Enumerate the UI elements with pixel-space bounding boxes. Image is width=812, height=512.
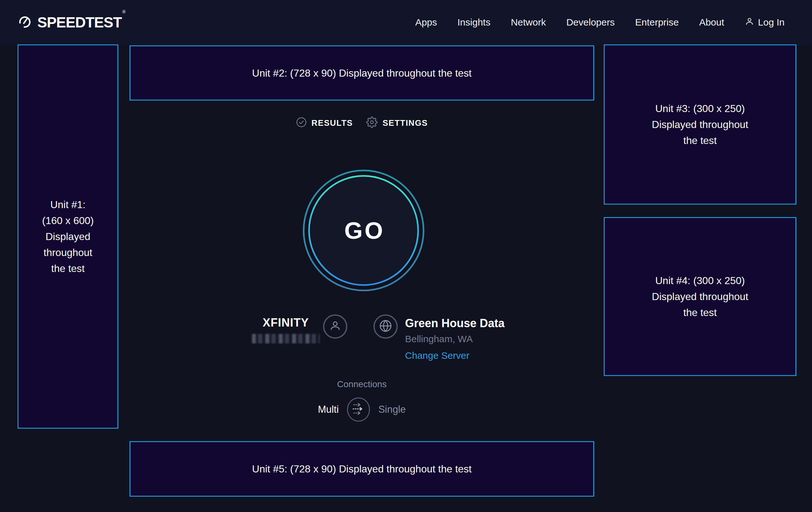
view-tabs: RESULTS SETTINGS bbox=[129, 115, 594, 131]
logo-text: SPEEDTEST® bbox=[37, 14, 125, 31]
login-button[interactable]: Log In bbox=[745, 17, 785, 28]
ad-unit-2[interactable]: Unit #2: (728 x 90) Displayed throughout… bbox=[129, 45, 594, 101]
ad-unit-1[interactable]: Unit #1: (160 x 600) Displayed throughou… bbox=[18, 44, 118, 429]
multi-label[interactable]: Multi bbox=[318, 404, 339, 415]
ad-text: Displayed throughout bbox=[652, 289, 748, 304]
server-name: Green House Data bbox=[405, 317, 504, 330]
speedtest-page: SPEEDTEST® Apps Insights Network Develop… bbox=[0, 0, 812, 512]
isp-avatar bbox=[323, 315, 347, 339]
nav-item-about[interactable]: About bbox=[699, 17, 724, 28]
ad-text: Unit #2: (728 x 90) Displayed throughout… bbox=[252, 65, 471, 81]
gauge-icon bbox=[18, 15, 32, 30]
redacted-isp-details bbox=[252, 334, 320, 344]
ad-text: (160 x 600) bbox=[42, 213, 94, 228]
nav-item-insights[interactable]: Insights bbox=[457, 17, 490, 28]
multi-arrows-icon bbox=[352, 402, 365, 417]
ad-text: Unit #5: (728 x 90) Displayed throughout… bbox=[252, 461, 471, 477]
server-avatar bbox=[374, 315, 398, 339]
ad-unit-3[interactable]: Unit #3: (300 x 250) Displayed throughou… bbox=[604, 44, 796, 205]
nav-item-enterprise[interactable]: Enterprise bbox=[635, 17, 679, 28]
connections-toggle-row: Multi Single bbox=[129, 397, 594, 422]
tab-settings-label: SETTINGS bbox=[382, 118, 428, 128]
tab-results[interactable]: RESULTS bbox=[296, 117, 353, 129]
ad-text: throughout bbox=[44, 244, 92, 261]
user-icon bbox=[745, 17, 754, 28]
gear-icon bbox=[366, 116, 378, 129]
ad-text: Unit #3: (300 x 250) bbox=[655, 101, 745, 116]
nav-item-developers[interactable]: Developers bbox=[567, 17, 615, 28]
speedtest-logo[interactable]: SPEEDTEST® bbox=[18, 14, 125, 31]
ad-text: the test bbox=[684, 132, 717, 149]
go-button[interactable]: GO bbox=[300, 167, 427, 294]
top-nav-bar: SPEEDTEST® Apps Insights Network Develop… bbox=[0, 0, 812, 45]
nav-item-network[interactable]: Network bbox=[511, 17, 546, 28]
nav-item-apps[interactable]: Apps bbox=[415, 17, 437, 28]
single-label[interactable]: Single bbox=[378, 404, 406, 415]
connections-toggle[interactable] bbox=[347, 397, 370, 422]
isp-name: XFINITY bbox=[250, 316, 322, 329]
tab-settings[interactable]: SETTINGS bbox=[366, 116, 428, 129]
server-info: Green House Data Bellingham, WA Change S… bbox=[405, 317, 504, 361]
ad-unit-5[interactable]: Unit #5: (728 x 90) Displayed throughout… bbox=[129, 441, 594, 497]
ad-text: Unit #4: (300 x 250) bbox=[655, 273, 745, 289]
server-location: Bellingham, WA bbox=[405, 333, 504, 345]
ad-text: the test bbox=[51, 261, 85, 276]
ad-text: Displayed throughout bbox=[652, 116, 748, 132]
go-label: GO bbox=[342, 217, 385, 244]
change-server-link[interactable]: Change Server bbox=[405, 350, 504, 361]
registered-mark: ® bbox=[122, 9, 125, 15]
tab-results-label: RESULTS bbox=[312, 118, 353, 128]
ad-text: Displayed bbox=[46, 228, 91, 244]
person-icon bbox=[328, 319, 342, 334]
ad-text: the test bbox=[684, 304, 717, 321]
check-circle-icon bbox=[296, 117, 307, 129]
ad-unit-4[interactable]: Unit #4: (300 x 250) Displayed throughou… bbox=[604, 217, 796, 376]
login-label: Log In bbox=[758, 17, 785, 28]
main-nav: Apps Insights Network Developers Enterpr… bbox=[415, 17, 785, 28]
ad-text: Unit #1: bbox=[50, 197, 85, 213]
connections-label: Connections bbox=[129, 379, 594, 389]
isp-info: XFINITY bbox=[250, 316, 322, 344]
globe-icon bbox=[379, 319, 393, 334]
